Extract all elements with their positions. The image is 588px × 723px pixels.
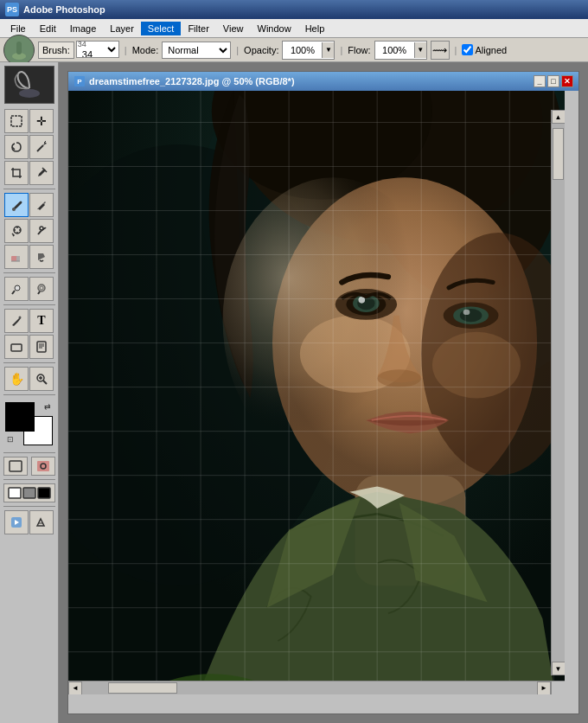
brush-size-label: 34 [78, 40, 86, 48]
svg-point-54 [432, 332, 521, 399]
airbrush-btn[interactable]: ⟿ [431, 41, 450, 60]
menu-help[interactable]: Help [298, 22, 332, 35]
menu-layer[interactable]: Layer [103, 22, 141, 35]
svg-point-8 [12, 208, 16, 211]
scroll-thumb-vertical[interactable] [553, 128, 564, 180]
color-swatches[interactable]: ⇄ ⊡ [5, 402, 53, 445]
vertical-scrollbar[interactable]: ▲ ▼ [551, 110, 565, 675]
scroll-corner [551, 681, 565, 694]
menu-file[interactable]: File [3, 22, 33, 35]
tool-row-7 [4, 277, 54, 301]
scroll-track-horizontal[interactable] [82, 681, 537, 694]
workspace: ✛ [0, 62, 588, 723]
svg-line-5 [37, 145, 43, 151]
document-title: dreamstimefree_2127328.jpg @ 50% (RGB/8*… [89, 76, 295, 86]
paint-bucket-tool[interactable] [29, 245, 54, 269]
menu-image[interactable]: Image [63, 22, 104, 35]
opacity-input[interactable] [283, 42, 322, 59]
tool-row-4 [4, 193, 54, 217]
svg-rect-38 [38, 488, 50, 498]
scroll-left-arrow[interactable]: ◄ [68, 681, 82, 695]
sep-1 [3, 189, 55, 189]
svg-rect-25 [37, 342, 46, 352]
marquee-tool[interactable] [4, 109, 29, 133]
flow-arrow[interactable]: ▼ [414, 42, 426, 58]
photo-display [68, 91, 565, 694]
move-tool[interactable]: ✛ [29, 109, 54, 133]
svg-rect-33 [10, 461, 22, 471]
app-title: Adobe Photoshop [23, 4, 105, 15]
close-button[interactable]: ✕ [561, 75, 573, 87]
toolbox: ✛ [0, 62, 59, 723]
scroll-up-arrow[interactable]: ▲ [552, 110, 566, 124]
scroll-thumb-horizontal[interactable] [108, 682, 177, 694]
sep-8 [3, 506, 55, 507]
tool-row-bottom [4, 510, 54, 534]
menu-window[interactable]: Window [251, 22, 298, 35]
sep-7 [3, 479, 55, 480]
mode-select[interactable]: Normal [162, 42, 231, 59]
aligned-checkbox[interactable] [462, 44, 473, 55]
doc-icon: P [74, 75, 86, 87]
zoom-tool[interactable] [29, 367, 54, 391]
crop-tool[interactable] [4, 161, 29, 185]
svg-point-62 [460, 309, 483, 322]
brush-tool[interactable] [4, 193, 29, 217]
menu-select[interactable]: Select [141, 22, 182, 35]
eraser-tool[interactable] [4, 245, 29, 269]
tool-row-6 [4, 245, 54, 269]
menu-view[interactable]: View [216, 22, 251, 35]
magic-wand-tool[interactable] [29, 135, 54, 159]
sep-3 [3, 304, 55, 305]
swap-colors-btn[interactable]: ⇄ [44, 402, 51, 411]
brush-preset-picker[interactable] [3, 35, 35, 66]
foreground-color-swatch[interactable] [5, 402, 35, 432]
image-canvas: ▲ ▼ ◄ ► [68, 91, 565, 694]
app-icon: PS [5, 3, 19, 16]
lasso-tool[interactable] [4, 135, 29, 159]
notes-tool[interactable] [29, 335, 54, 359]
screen-mode-btn[interactable] [3, 483, 55, 502]
extra-tool[interactable] [29, 510, 54, 534]
scroll-down-arrow[interactable]: ▼ [552, 662, 566, 675]
text-tool[interactable]: T [29, 309, 54, 333]
brush-dropdown-btn[interactable]: Brush: [38, 42, 74, 59]
scroll-right-arrow[interactable]: ► [537, 681, 551, 695]
restore-button[interactable]: □ [547, 75, 559, 87]
svg-point-18 [15, 285, 20, 291]
opacity-arrow[interactable]: ▼ [322, 42, 334, 58]
horizontal-scrollbar[interactable]: ◄ ► [68, 681, 551, 694]
brush-preview [4, 66, 54, 104]
menu-filter[interactable]: Filter [181, 22, 215, 35]
healing-brush-tool[interactable] [29, 219, 54, 243]
pen-tool[interactable] [4, 309, 29, 333]
menu-edit[interactable]: Edit [33, 22, 63, 35]
hand-tool[interactable]: ✋ [4, 367, 29, 391]
svg-point-20 [38, 285, 45, 291]
svg-line-7 [44, 141, 46, 143]
default-colors-btn[interactable]: ⊡ [7, 435, 14, 444]
flow-input[interactable] [375, 42, 414, 59]
menu-bar: File Edit Image Layer Select Filter View… [0, 19, 588, 38]
eyedropper-tool[interactable] [29, 161, 54, 185]
jump-to-imageready[interactable] [4, 510, 29, 534]
svg-rect-34 [37, 461, 49, 471]
blur-tool[interactable] [29, 277, 54, 301]
shape-tool[interactable] [4, 335, 29, 359]
svg-rect-16 [16, 256, 20, 261]
clone-stamp-tool[interactable] [4, 219, 29, 243]
quick-mask-btn[interactable] [31, 457, 55, 476]
pencil-tool[interactable] [29, 193, 54, 217]
document-window: P dreamstimefree_2127328.jpg @ 50% (RGB/… [67, 71, 579, 714]
scroll-track-vertical[interactable] [552, 124, 565, 662]
flow-label: Flow: [348, 45, 370, 55]
tool-row-10: ✋ [4, 367, 54, 391]
tool-row-2 [4, 135, 54, 159]
sep-2 [3, 272, 55, 273]
dodge-tool[interactable] [4, 277, 29, 301]
svg-line-22 [38, 291, 40, 294]
svg-point-23 [19, 317, 22, 319]
screen-mode-row [3, 483, 55, 502]
standard-mode-btn[interactable] [3, 457, 28, 476]
minimize-button[interactable]: _ [534, 75, 546, 87]
